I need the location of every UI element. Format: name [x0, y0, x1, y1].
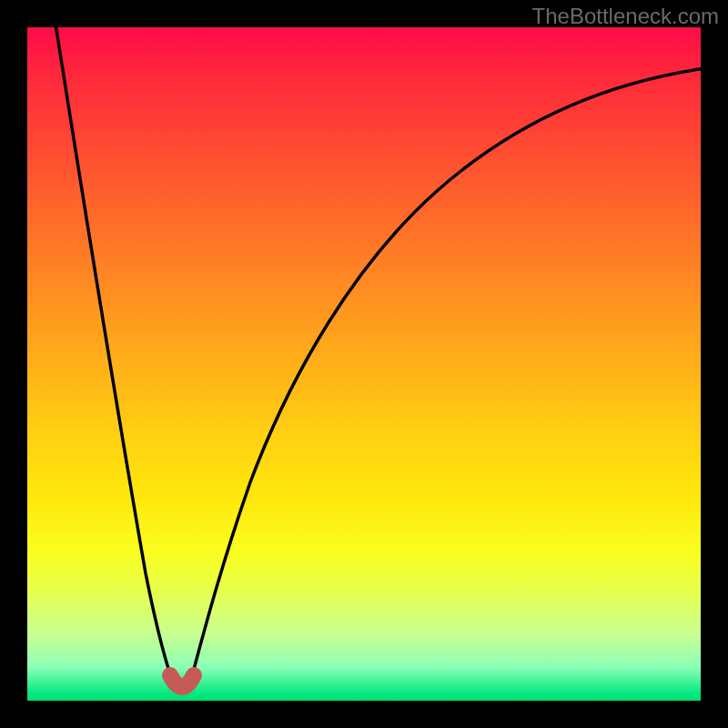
curves-svg [27, 27, 701, 701]
left-branch-curve [55, 27, 176, 690]
plot-area [27, 27, 701, 701]
minimum-marker [170, 675, 194, 687]
attribution-text: TheBottleneck.com [532, 4, 719, 29]
right-branch-curve [188, 68, 701, 690]
figure-canvas: TheBottleneck.com [0, 0, 728, 728]
